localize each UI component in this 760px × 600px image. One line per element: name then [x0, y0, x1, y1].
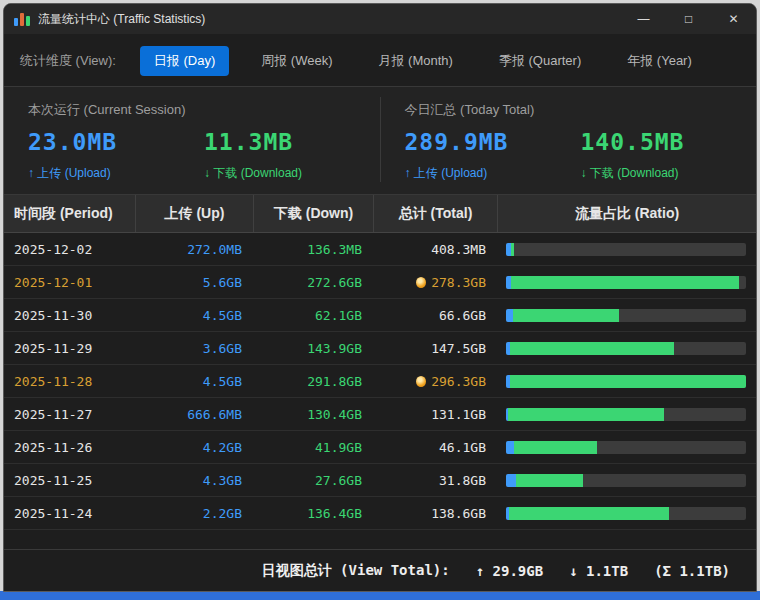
- total-value: 408.3MB: [431, 242, 486, 257]
- titlebar: 流量统计中心 (Traffic Statistics) — □ ✕: [4, 4, 756, 34]
- total-value: 46.1GB: [439, 440, 486, 455]
- footer-summary: 日视图总计 (View Total): ↑ 29.9GB ↓ 1.1TB (Σ …: [4, 549, 756, 591]
- period-cell: 2025-11-26: [4, 440, 136, 455]
- download-cell: 62.1GB: [254, 308, 374, 323]
- today-total-group: 今日汇总 (Today Total) 289.9MB ↑ 上传 (Upload)…: [380, 97, 757, 182]
- today-upload-label: ↑ 上传 (Upload): [405, 165, 525, 182]
- ratio-cell: [498, 441, 756, 454]
- table-row[interactable]: 2025-11-27666.6MB130.4GB131.1GB: [4, 398, 756, 431]
- table-row[interactable]: 2025-11-242.2GB136.4GB138.6GB: [4, 497, 756, 530]
- table-body: 2025-12-02272.0MB136.3MB408.3MB2025-12-0…: [4, 233, 756, 530]
- session-download-value: 11.3MB: [204, 129, 324, 155]
- ratio-bar-download-segment: [508, 408, 664, 421]
- upload-cell: 4.5GB: [136, 308, 254, 323]
- ratio-bar-track: [506, 276, 746, 289]
- total-cell: 278.3GB: [374, 275, 498, 290]
- total-value: 147.5GB: [431, 341, 486, 356]
- total-value: 131.1GB: [431, 407, 486, 422]
- ratio-bar-download-segment: [516, 474, 583, 487]
- table-row[interactable]: 2025-11-264.2GB41.9GB46.1GB: [4, 431, 756, 464]
- ratio-bar-upload-segment: [506, 474, 516, 487]
- minimize-button[interactable]: —: [621, 4, 666, 34]
- footer-download-total: ↓ 1.1TB: [569, 563, 628, 579]
- ratio-bar-download-segment: [513, 309, 619, 322]
- tab-3[interactable]: 季报 (Quarter): [485, 46, 595, 76]
- period-cell: 2025-11-28: [4, 374, 136, 389]
- period-cell: 2025-11-24: [4, 506, 136, 521]
- total-cell: 408.3MB: [374, 242, 498, 257]
- upload-cell: 2.2GB: [136, 506, 254, 521]
- header-up: 上传 (Up): [136, 195, 254, 232]
- download-cell: 130.4GB: [254, 407, 374, 422]
- ratio-bar-track: [506, 309, 746, 322]
- ratio-cell: [498, 375, 756, 388]
- total-cell: 296.3GB: [374, 374, 498, 389]
- tab-0[interactable]: 日报 (Day): [140, 46, 229, 76]
- total-cell: 66.6GB: [374, 308, 498, 323]
- ratio-cell: [498, 474, 756, 487]
- header-down: 下载 (Down): [254, 195, 374, 232]
- ratio-bar-track: [506, 408, 746, 421]
- ratio-cell: [498, 243, 756, 256]
- taskbar-strip: [0, 591, 760, 600]
- download-cell: 41.9GB: [254, 440, 374, 455]
- traffic-statistics-window: 流量统计中心 (Traffic Statistics) — □ ✕ 统计维度 (…: [3, 3, 757, 592]
- ratio-bar-download-segment: [511, 276, 739, 289]
- current-session-title: 本次运行 (Current Session): [28, 101, 360, 119]
- total-value: 66.6GB: [439, 308, 486, 323]
- today-download-label: ↓ 下载 (Download): [581, 165, 701, 182]
- ratio-cell: [498, 507, 756, 520]
- footer-label: 日视图总计 (View Total):: [262, 562, 450, 580]
- period-cell: 2025-12-02: [4, 242, 136, 257]
- maximize-button[interactable]: □: [666, 4, 711, 34]
- total-cell: 46.1GB: [374, 440, 498, 455]
- download-cell: 136.4GB: [254, 506, 374, 521]
- download-cell: 272.6GB: [254, 275, 374, 290]
- close-button[interactable]: ✕: [711, 4, 756, 34]
- table-header-row: 时间段 (Period) 上传 (Up) 下载 (Down) 总计 (Total…: [4, 195, 756, 233]
- total-cell: 147.5GB: [374, 341, 498, 356]
- ratio-bar-track: [506, 342, 746, 355]
- view-tabs: 日报 (Day)周报 (Week)月报 (Month)季报 (Quarter)年…: [140, 46, 706, 76]
- view-selector-label: 统计维度 (View):: [20, 52, 116, 70]
- total-value: 296.3GB: [431, 374, 486, 389]
- desktop: 流量统计中心 (Traffic Statistics) — □ ✕ 统计维度 (…: [0, 0, 760, 600]
- ratio-bar-upload-segment: [506, 441, 514, 454]
- footer-sum-total: (Σ 1.1TB): [654, 563, 730, 579]
- session-download-label: ↓ 下载 (Download): [204, 165, 324, 182]
- ratio-bar-track: [506, 474, 746, 487]
- table-row[interactable]: 2025-11-284.5GB291.8GB296.3GB: [4, 365, 756, 398]
- ratio-cell: [498, 276, 756, 289]
- session-upload-value: 23.0MB: [28, 129, 148, 155]
- download-cell: 291.8GB: [254, 374, 374, 389]
- upload-cell: 4.3GB: [136, 473, 254, 488]
- ratio-bar-download-segment: [511, 243, 515, 256]
- alert-droplet-icon: [416, 376, 426, 387]
- window-controls: — □ ✕: [621, 4, 756, 34]
- ratio-bar-track: [506, 375, 746, 388]
- ratio-bar-track: [506, 243, 746, 256]
- ratio-bar-download-segment: [510, 342, 674, 355]
- upload-cell: 666.6MB: [136, 407, 254, 422]
- table-row[interactable]: 2025-12-015.6GB272.6GB278.3GB: [4, 266, 756, 299]
- table-row[interactable]: 2025-11-304.5GB62.1GB66.6GB: [4, 299, 756, 332]
- ratio-bar-upload-segment: [506, 309, 513, 322]
- today-download-value: 140.5MB: [581, 129, 701, 155]
- period-cell: 2025-11-29: [4, 341, 136, 356]
- app-chart-icon: [14, 12, 30, 26]
- download-cell: 143.9GB: [254, 341, 374, 356]
- period-cell: 2025-12-01: [4, 275, 136, 290]
- total-value: 278.3GB: [431, 275, 486, 290]
- today-upload-value: 289.9MB: [405, 129, 525, 155]
- table-row[interactable]: 2025-11-293.6GB143.9GB147.5GB: [4, 332, 756, 365]
- tab-1[interactable]: 周报 (Week): [247, 46, 346, 76]
- header-total: 总计 (Total): [374, 195, 498, 232]
- period-cell: 2025-11-30: [4, 308, 136, 323]
- tab-2[interactable]: 月报 (Month): [364, 46, 466, 76]
- table-row[interactable]: 2025-11-254.3GB27.6GB31.8GB: [4, 464, 756, 497]
- ratio-bar-download-segment: [510, 375, 746, 388]
- table-row[interactable]: 2025-12-02272.0MB136.3MB408.3MB: [4, 233, 756, 266]
- tab-4[interactable]: 年报 (Year): [613, 46, 706, 76]
- upload-cell: 5.6GB: [136, 275, 254, 290]
- session-upload-label: ↑ 上传 (Upload): [28, 165, 148, 182]
